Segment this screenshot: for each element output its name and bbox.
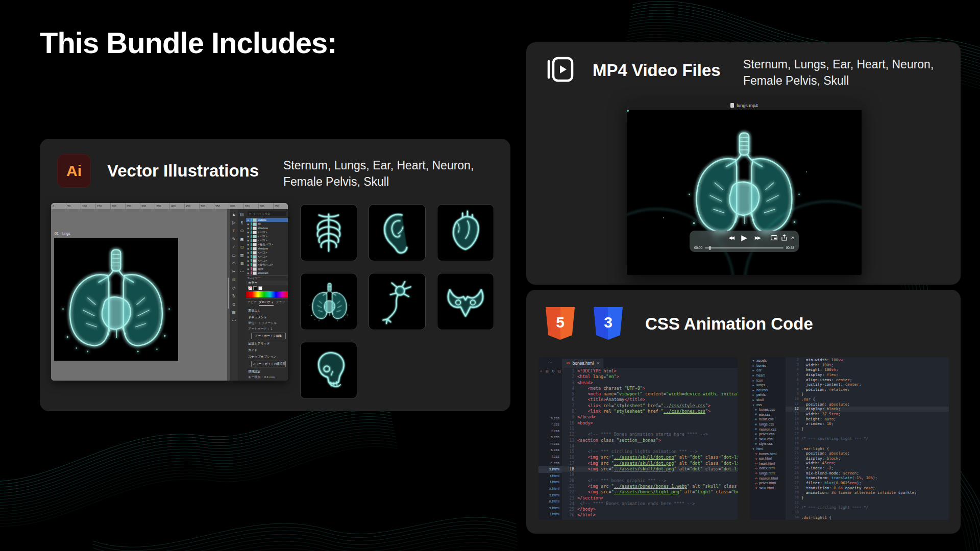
explorer-item-pelvis-css[interactable]: #pelvis.css bbox=[750, 432, 786, 437]
file-item[interactable]: r.html bbox=[538, 473, 562, 480]
explorer-item-icon[interactable]: ▸icon bbox=[750, 378, 786, 383]
explorer-item-index-html[interactable]: <>index.html bbox=[750, 466, 786, 471]
file-item[interactable]: x.html bbox=[538, 486, 562, 492]
tool-icon[interactable]: ⊟ bbox=[239, 261, 245, 266]
file-item[interactable]: l.css bbox=[538, 454, 562, 460]
explorer-item-pelvis[interactable]: ▸pelvis bbox=[750, 392, 786, 397]
visibility-eye-icon[interactable]: ◉ bbox=[247, 239, 250, 242]
tool-icon[interactable]: ⊞ bbox=[231, 277, 237, 283]
properties-tab[interactable]: グラフ bbox=[276, 300, 285, 306]
explorer-item-style-css[interactable]: #style.css bbox=[750, 441, 786, 446]
fast-forward-button[interactable]: ▶▶ bbox=[755, 235, 760, 240]
explorer-item-assets[interactable]: ▾assets bbox=[750, 358, 786, 363]
visibility-eye-icon[interactable]: ◉ bbox=[247, 260, 250, 262]
visibility-eye-icon[interactable]: ◉ bbox=[247, 227, 250, 230]
color-panel-tab[interactable]: カラー bbox=[246, 281, 288, 285]
visibility-eye-icon[interactable]: ◉ bbox=[247, 231, 250, 234]
tool-icon[interactable]: ✎ bbox=[231, 236, 237, 242]
file-item[interactable]: s.html bbox=[538, 466, 562, 473]
share-icon[interactable] bbox=[781, 234, 787, 241]
explorer-action-icon[interactable]: ⊟ bbox=[557, 369, 561, 373]
tool-icon[interactable]: ▤ bbox=[239, 212, 245, 217]
visibility-eye-icon[interactable]: ◉ bbox=[247, 243, 250, 246]
properties-tab[interactable]: アピア bbox=[248, 300, 257, 306]
explorer-item-heart[interactable]: ▸heart bbox=[750, 373, 786, 378]
tool-icon[interactable]: T bbox=[231, 228, 237, 234]
layer-row[interactable]: ◉abstract bbox=[246, 271, 288, 275]
visibility-eye-icon[interactable]: ◉ bbox=[247, 268, 250, 270]
visibility-eye-icon[interactable]: ◉ bbox=[247, 219, 250, 221]
explorer-item-heart-html[interactable]: <>heart.html bbox=[750, 461, 786, 466]
explorer-action-icon[interactable]: + bbox=[539, 369, 543, 373]
tool-icon[interactable]: ▷ bbox=[231, 220, 237, 226]
visibility-eye-icon[interactable]: ◉ bbox=[247, 223, 250, 226]
visibility-eye-icon[interactable]: ◉ bbox=[247, 247, 250, 250]
visibility-eye-icon[interactable]: ◉ bbox=[247, 272, 250, 274]
layer-row[interactable]: ◉<複合パス> bbox=[246, 263, 288, 267]
color-spectrum-bar[interactable] bbox=[246, 291, 288, 297]
tool-icon[interactable]: ▲ bbox=[231, 212, 237, 217]
visibility-eye-icon[interactable]: ◉ bbox=[247, 235, 250, 238]
explorer-action-icon[interactable]: ↻ bbox=[551, 369, 555, 373]
visibility-eye-icon[interactable]: ◉ bbox=[247, 252, 250, 254]
tool-icon[interactable]: ∕ bbox=[231, 244, 237, 250]
rewind-button[interactable]: ◀◀ bbox=[728, 235, 733, 240]
file-item[interactable]: l.html bbox=[538, 511, 562, 518]
tool-icon[interactable]: ▥ bbox=[239, 253, 245, 258]
more-controls-icon[interactable]: » bbox=[791, 235, 794, 240]
tool-icon[interactable]: ⊡ bbox=[239, 244, 245, 250]
tool-icon[interactable]: ↻ bbox=[231, 293, 237, 299]
file-item[interactable]: e.css bbox=[538, 460, 562, 467]
tool-icon[interactable]: ⋯ bbox=[239, 269, 245, 274]
layers-search[interactable] bbox=[248, 211, 286, 216]
tool-icon[interactable]: ⋯ bbox=[231, 318, 237, 323]
tool-icon[interactable]: ◇ bbox=[231, 285, 237, 291]
layer-row[interactable]: ◉<複合パス> bbox=[246, 242, 288, 246]
file-item[interactable]: s.html bbox=[538, 492, 562, 499]
tab-bones-html[interactable]: <> bones.html × bbox=[562, 359, 603, 368]
swatch-none[interactable] bbox=[248, 286, 252, 290]
explorer-item-lungs-html[interactable]: <>lungs.html bbox=[750, 471, 786, 476]
tool-icon[interactable]: ⊙ bbox=[231, 302, 237, 307]
properties-button[interactable]: アートボードを編集 bbox=[251, 333, 286, 339]
search-input[interactable] bbox=[252, 212, 285, 216]
visibility-eye-icon[interactable]: ◉ bbox=[247, 264, 250, 266]
file-item[interactable]: t.css bbox=[538, 428, 562, 435]
explorer-item-ear-css[interactable]: #ear.css bbox=[750, 412, 786, 417]
explorer-item-neuron-css[interactable]: #neuron.css bbox=[750, 427, 786, 432]
explorer-item-css[interactable]: ▾css bbox=[750, 402, 786, 407]
explorer-item-ear-html[interactable]: <>ear.html bbox=[750, 456, 786, 461]
layer-row[interactable]: ◉light bbox=[246, 267, 288, 271]
visibility-eye-icon[interactable]: ◉ bbox=[247, 256, 250, 258]
tool-icon[interactable]: ◠ bbox=[231, 261, 237, 266]
explorer-item-neuron[interactable]: ▸neuron bbox=[750, 388, 786, 393]
play-button[interactable]: ▶ bbox=[741, 233, 747, 242]
seek-handle[interactable] bbox=[709, 246, 710, 250]
explorer-item-lungs-css[interactable]: #lungs.css bbox=[750, 422, 786, 427]
file-item[interactable]: s.css bbox=[538, 434, 562, 441]
file-item[interactable]: n.html bbox=[538, 498, 562, 505]
swatch-black[interactable] bbox=[253, 286, 257, 290]
explorer-item-pelvis-html[interactable]: <>pelvis.html bbox=[750, 481, 786, 486]
file-item[interactable]: s.html bbox=[538, 505, 562, 512]
file-item[interactable]: t.html bbox=[538, 479, 562, 486]
properties-tab[interactable]: プロパティ bbox=[259, 300, 274, 306]
picture-in-picture-icon[interactable] bbox=[771, 235, 777, 240]
tool-icon[interactable]: ✂ bbox=[231, 269, 237, 274]
tool-icon[interactable]: ▣ bbox=[239, 236, 245, 242]
file-item[interactable]: n.css bbox=[538, 441, 562, 447]
swatch-white[interactable] bbox=[258, 286, 262, 290]
explorer-item-bones-css[interactable]: #bones.css bbox=[750, 407, 786, 412]
file-item[interactable]: s.css bbox=[538, 447, 562, 454]
explorer-item-skull[interactable]: ▸skull bbox=[750, 397, 786, 403]
seek-bar[interactable] bbox=[705, 247, 783, 248]
explorer-item-lungs[interactable]: ▸lungs bbox=[750, 383, 786, 388]
menu-dots-icon[interactable]: ⋯ bbox=[538, 358, 562, 368]
tool-icon[interactable]: ▭ bbox=[231, 253, 237, 258]
layer-row[interactable]: ◉outline bbox=[246, 218, 288, 222]
explorer-item-skull-html[interactable]: <>skull.html bbox=[750, 485, 786, 490]
tab-close-icon[interactable]: × bbox=[597, 361, 599, 366]
explorer-item-html[interactable]: ▾html bbox=[750, 446, 786, 452]
explorer-item-heart-css[interactable]: #heart.css bbox=[750, 417, 786, 422]
properties-button[interactable]: スマートガイドの環境設定 bbox=[251, 361, 286, 367]
